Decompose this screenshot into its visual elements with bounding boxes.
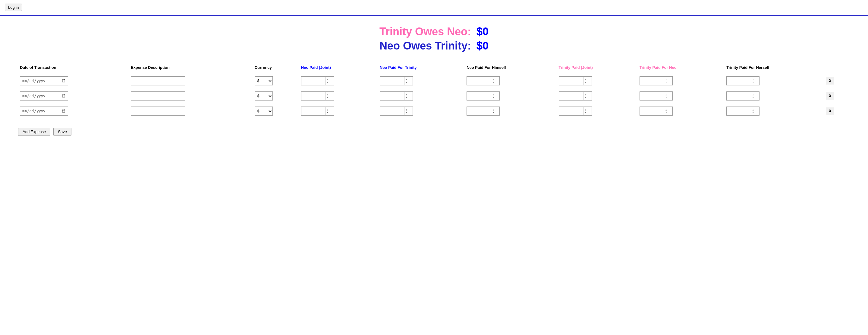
trinity_paid_herself-up-arrow-2[interactable]: ▲ [751,108,755,111]
neo_paid_himself-cell-2: ▲▼ [465,104,557,119]
neo_paid_joint-down-arrow-1[interactable]: ▼ [326,96,330,99]
trinity_paid_neo-up-arrow-1[interactable]: ▲ [664,93,668,96]
col-header-trinity_paid_joint: Trinity Paid (Joint) [557,65,638,73]
neo_paid_himself-up-arrow-2[interactable]: ▲ [491,108,495,111]
trinity_paid_joint-arrows-1: ▲▼ [583,92,587,100]
currency-select-0[interactable]: $€£¥ [255,76,273,85]
trinity_paid_joint-down-arrow-0[interactable]: ▼ [584,81,587,84]
neo_paid_joint-cell-1: ▲▼ [299,88,378,104]
save-button[interactable]: Save [53,128,71,136]
currency-cell-1: $€£¥ [253,88,299,104]
neo_paid_himself-input-1[interactable] [467,93,491,99]
trinity_paid_herself-input-1[interactable] [727,93,751,99]
trinity_paid_herself-spinner-0: ▲▼ [726,76,760,85]
neo_paid_joint-input-2[interactable] [301,108,326,114]
add-expense-button[interactable]: Add Expense [18,128,50,136]
neo_paid_trinity-down-arrow-1[interactable]: ▼ [404,96,408,99]
table-body: $€£¥▲▼▲▼▲▼▲▼▲▼▲▼X$€£¥▲▼▲▼▲▼▲▼▲▼▲▼X$€£¥▲▼… [18,73,850,119]
neo_paid_trinity-down-arrow-2[interactable]: ▼ [404,111,408,114]
neo_paid_trinity-up-arrow-2[interactable]: ▲ [404,108,408,111]
neo_paid_himself-down-arrow-0[interactable]: ▼ [491,81,495,84]
neo_paid_joint-arrows-2: ▲▼ [326,107,330,115]
trinity_paid_herself-cell-0: ▲▼ [724,73,824,88]
neo_paid_himself-input-0[interactable] [467,78,491,84]
desc-cell-1 [129,88,253,104]
trinity_paid_herself-input-0[interactable] [727,78,751,84]
neo_paid_joint-cell-0: ▲▼ [299,73,378,88]
neo_paid_joint-spinner-2: ▲▼ [301,107,334,116]
trinity_paid_herself-up-arrow-1[interactable]: ▲ [751,93,755,96]
neo_paid_trinity-input-0[interactable] [380,78,404,84]
desc-cell-0 [129,73,253,88]
neo-owes-label: Neo Owes Trinity: [379,39,471,52]
currency-cell-0: $€£¥ [253,73,299,88]
trinity_paid_neo-input-2[interactable] [640,108,664,114]
trinity-owes-label: Trinity Owes Neo: [379,25,471,38]
desc-input-0[interactable] [131,76,185,85]
neo_paid_himself-arrows-0: ▲▼ [491,77,495,85]
date-input-2[interactable] [20,107,68,116]
neo_paid_joint-down-arrow-0[interactable]: ▼ [326,81,330,84]
neo_paid_himself-up-arrow-1[interactable]: ▲ [491,93,495,96]
desc-input-2[interactable] [131,107,185,116]
neo_paid_himself-down-arrow-1[interactable]: ▼ [491,96,495,99]
delete-row-button-1[interactable]: X [826,92,834,100]
date-input-1[interactable] [20,91,68,101]
trinity_paid_joint-input-2[interactable] [559,108,583,114]
neo_paid_joint-input-1[interactable] [301,93,326,99]
neo_paid_joint-up-arrow-2[interactable]: ▲ [326,108,330,111]
trinity_paid_herself-down-arrow-0[interactable]: ▼ [751,81,755,84]
trinity_paid_herself-down-arrow-2[interactable]: ▼ [751,111,755,114]
neo_paid_himself-down-arrow-2[interactable]: ▼ [491,111,495,114]
trinity_paid_joint-input-1[interactable] [559,93,583,99]
trinity_paid_joint-spinner-1: ▲▼ [559,91,592,101]
trinity_paid_neo-down-arrow-1[interactable]: ▼ [664,96,668,99]
trinity_paid_joint-up-arrow-2[interactable]: ▲ [584,108,587,111]
trinity_paid_joint-up-arrow-0[interactable]: ▲ [584,78,587,81]
table-row: $€£¥▲▼▲▼▲▼▲▼▲▼▲▼X [18,104,850,119]
trinity_paid_joint-down-arrow-2[interactable]: ▼ [584,111,587,114]
col-header-trinity_paid_neo: Trinity Paid For Neo [638,65,724,73]
neo_paid_trinity-input-1[interactable] [380,93,404,99]
neo_paid_joint-arrows-0: ▲▼ [326,77,330,85]
login-button[interactable]: Log in [5,4,22,11]
trinity_paid_joint-input-0[interactable] [559,78,583,84]
neo_paid_joint-down-arrow-2[interactable]: ▼ [326,111,330,114]
trinity_paid_herself-arrows-1: ▲▼ [751,92,755,100]
neo_paid_joint-input-0[interactable] [301,78,326,84]
col-header-description: Expense Description [129,65,253,73]
currency-select-2[interactable]: $€£¥ [255,107,273,116]
trinity_paid_herself-input-2[interactable] [727,108,751,114]
neo_paid_trinity-input-2[interactable] [380,108,404,114]
currency-select-1[interactable]: $€£¥ [255,91,273,101]
trinity_paid_neo-up-arrow-2[interactable]: ▲ [664,108,668,111]
neo_paid_himself-input-2[interactable] [467,108,491,114]
delete-cell-1: X [824,88,850,104]
table-row: $€£¥▲▼▲▼▲▼▲▼▲▼▲▼X [18,88,850,104]
trinity_paid_neo-spinner-2: ▲▼ [640,107,673,116]
trinity_paid_neo-input-0[interactable] [640,78,664,84]
trinity_paid_herself-spinner-1: ▲▼ [726,91,760,101]
trinity_paid_neo-input-1[interactable] [640,93,664,99]
neo_paid_himself-up-arrow-0[interactable]: ▲ [491,78,495,81]
date-input-0[interactable] [20,76,68,85]
neo_paid_trinity-up-arrow-0[interactable]: ▲ [404,78,408,81]
trinity_paid_neo-down-arrow-2[interactable]: ▼ [664,111,668,114]
trinity_paid_joint-down-arrow-1[interactable]: ▼ [584,96,587,99]
trinity_paid_joint-cell-0: ▲▼ [557,73,638,88]
delete-row-button-0[interactable]: X [826,77,834,85]
trinity_paid_joint-up-arrow-1[interactable]: ▲ [584,93,587,96]
trinity_paid_neo-down-arrow-0[interactable]: ▼ [664,81,668,84]
expense-table-wrapper: Date of TransactionExpense DescriptionCu… [0,65,868,119]
neo_paid_trinity-up-arrow-1[interactable]: ▲ [404,93,408,96]
trinity_paid_herself-down-arrow-1[interactable]: ▼ [751,96,755,99]
trinity_paid_joint-spinner-2: ▲▼ [559,107,592,116]
trinity_paid_neo-up-arrow-0[interactable]: ▲ [664,78,668,81]
trinity_paid_herself-up-arrow-0[interactable]: ▲ [751,78,755,81]
neo_paid_joint-up-arrow-0[interactable]: ▲ [326,78,330,81]
neo_paid_joint-up-arrow-1[interactable]: ▲ [326,93,330,96]
neo_paid_trinity-down-arrow-0[interactable]: ▼ [404,81,408,84]
desc-input-1[interactable] [131,91,185,101]
delete-row-button-2[interactable]: X [826,107,834,115]
neo_paid_trinity-cell-2: ▲▼ [378,104,465,119]
